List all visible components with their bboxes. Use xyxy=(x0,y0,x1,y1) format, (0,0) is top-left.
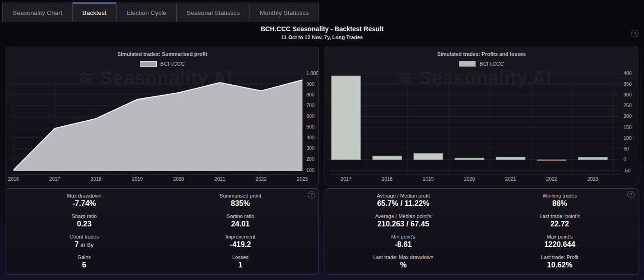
svg-text:2022: 2022 xyxy=(256,176,267,182)
stat-value-suffix: in 8y xyxy=(79,241,94,248)
tab-election-cycle[interactable]: Election Cycle xyxy=(117,2,177,22)
stat-gains: Gains 6 xyxy=(6,254,162,275)
stat-value: 86% xyxy=(482,199,638,208)
legend-item-bchccc[interactable]: BCH.CCC xyxy=(325,61,638,67)
tab-seasonal-statistics[interactable]: Seasonal Statistics xyxy=(177,2,250,22)
svg-text:2017: 2017 xyxy=(49,176,61,182)
bar-chart-svg: 400350300250200150100500-502017201820192… xyxy=(325,69,638,184)
svg-text:200: 200 xyxy=(623,113,632,119)
stat-value: 10.62% xyxy=(482,261,638,269)
stat-label: Last trade: point's xyxy=(482,213,638,219)
stat-value: % xyxy=(325,261,482,269)
help-icon[interactable]: ? xyxy=(631,30,638,37)
svg-text:0: 0 xyxy=(623,157,626,162)
stat-count-trades: Count trades 7 in 8y xyxy=(6,234,162,254)
svg-text:2022: 2022 xyxy=(546,176,557,182)
stat-winning-trades: Winning trades 86% xyxy=(482,193,638,213)
stat-label: Last trade: Max drawdown xyxy=(325,254,482,260)
svg-text:2023: 2023 xyxy=(588,176,599,182)
svg-text:50: 50 xyxy=(623,146,629,151)
stats-grid: Average / Median profit 65.7% / 11.22% W… xyxy=(325,189,638,275)
stat-value: 210.263 / 67.45 xyxy=(325,220,482,228)
stat-label: Min point's xyxy=(325,234,482,239)
stat-label: Max point's xyxy=(482,234,638,239)
tab-backtest[interactable]: Backtest xyxy=(73,2,117,22)
svg-text:350: 350 xyxy=(623,81,632,87)
stat-sortino-ratio: Sortino ratio 24.01 xyxy=(162,213,319,234)
svg-text:600: 600 xyxy=(306,113,315,119)
help-icon[interactable]: ? xyxy=(627,191,635,198)
svg-text:800: 800 xyxy=(306,92,315,97)
stat-max-points: Max point's 1220.644 xyxy=(482,234,638,254)
chart-title: Simulated trades: Summarised profit xyxy=(6,47,319,57)
svg-text:250: 250 xyxy=(623,102,632,108)
svg-text:2020: 2020 xyxy=(464,176,475,182)
tab-bar: Seasonality Chart Backtest Election Cycl… xyxy=(2,2,319,22)
stat-value: 0.23 xyxy=(6,220,162,228)
svg-text:150: 150 xyxy=(623,124,632,130)
stat-improvement: Improvement -419.2 xyxy=(162,234,319,254)
stat-value: 835% xyxy=(162,199,319,208)
stat-value: -419.2 xyxy=(162,240,319,249)
tab-monthly-statistics[interactable]: Monthly Statistics xyxy=(250,2,319,22)
svg-text:2023: 2023 xyxy=(297,176,308,182)
stat-label: Max drawdown xyxy=(6,193,162,198)
svg-text:2017: 2017 xyxy=(340,176,352,182)
stat-min-points: Min point's -8.61 xyxy=(325,234,482,254)
stats-grid: Max drawdown -7.74% Summarised profit 83… xyxy=(6,189,319,275)
svg-text:2021: 2021 xyxy=(505,176,516,182)
stat-last-trade-max-drawdown: Last trade: Max drawdown % xyxy=(325,254,482,275)
profits-losses-chart-panel: Simulated trades: Profits and losses BCH… xyxy=(325,47,638,185)
stat-label: Sortino ratio xyxy=(162,213,319,219)
tab-seasonality-chart[interactable]: Seasonality Chart xyxy=(2,2,73,22)
page-header: BCH.CCC Seasonality - Backtest Result 11… xyxy=(0,25,644,40)
svg-text:300: 300 xyxy=(306,145,315,151)
stat-average-median-profit: Average / Median profit 65.7% / 11.22% xyxy=(325,193,482,213)
svg-text:500: 500 xyxy=(306,124,315,130)
stat-max-drawdown: Max drawdown -7.74% xyxy=(6,193,162,213)
stat-value: -8.61 xyxy=(325,240,482,249)
svg-text:2016: 2016 xyxy=(8,176,19,182)
stat-label: Gains xyxy=(6,254,162,260)
stat-last-trade-profit: Last trade: Profit 10.62% xyxy=(482,254,638,275)
stat-label: Improvement xyxy=(162,234,319,239)
svg-text:2020: 2020 xyxy=(173,176,184,182)
trade-stats-panel: ? Average / Median profit 65.7% / 11.22%… xyxy=(325,188,638,275)
svg-text:200: 200 xyxy=(306,156,315,162)
page-subtitle: 11-Oct to 12-Nov, 7y, Long Trades xyxy=(0,34,644,40)
svg-text:-50: -50 xyxy=(623,168,630,173)
stat-summarised-profit: Summarised profit 835% xyxy=(162,193,319,213)
stat-sharp-ratio: Sharp ratio 0.23 xyxy=(6,213,162,234)
svg-text:900: 900 xyxy=(306,81,315,87)
svg-text:100: 100 xyxy=(306,167,315,173)
risk-stats-panel: ? Max drawdown -7.74% Summarised profit … xyxy=(6,188,319,275)
stat-label: Count trades xyxy=(6,234,162,239)
svg-text:700: 700 xyxy=(306,102,315,108)
summarised-profit-chart-panel: Simulated trades: Summarised profit BCH.… xyxy=(6,47,319,185)
stat-label: Winning trades xyxy=(482,193,638,198)
svg-text:100: 100 xyxy=(623,135,632,141)
svg-text:300: 300 xyxy=(623,92,632,97)
stat-label: Sharp ratio xyxy=(6,213,162,219)
help-icon[interactable]: ? xyxy=(308,191,315,198)
bar-chart: ≋ Seasonality.AI 40035030025020015010050… xyxy=(325,69,638,184)
legend-swatch-icon xyxy=(140,61,157,67)
stat-value: 65.7% / 11.22% xyxy=(325,199,482,208)
stat-value: -7.74% xyxy=(6,199,162,208)
stat-value: 1220.644 xyxy=(482,240,638,249)
svg-text:2019: 2019 xyxy=(423,176,434,182)
svg-text:400: 400 xyxy=(306,135,315,140)
stat-value: 7 in 8y xyxy=(6,240,162,249)
svg-text:2021: 2021 xyxy=(215,176,226,182)
legend-label: BCH.CCC xyxy=(160,61,185,67)
stat-value: 22.72 xyxy=(482,220,638,228)
stat-label: Summarised profit xyxy=(162,193,319,198)
page-title: BCH.CCC Seasonality - Backtest Result xyxy=(0,25,644,33)
stat-value: 1 xyxy=(162,261,319,269)
stat-label: Losses xyxy=(162,254,319,260)
stat-value: 6 xyxy=(6,261,162,269)
svg-text:2018: 2018 xyxy=(382,176,393,182)
legend-item-bchccc[interactable]: BCH.CCC xyxy=(6,61,319,67)
stat-label: Average / Median profit xyxy=(325,193,482,198)
stat-label: Average / Median point's xyxy=(325,213,482,219)
